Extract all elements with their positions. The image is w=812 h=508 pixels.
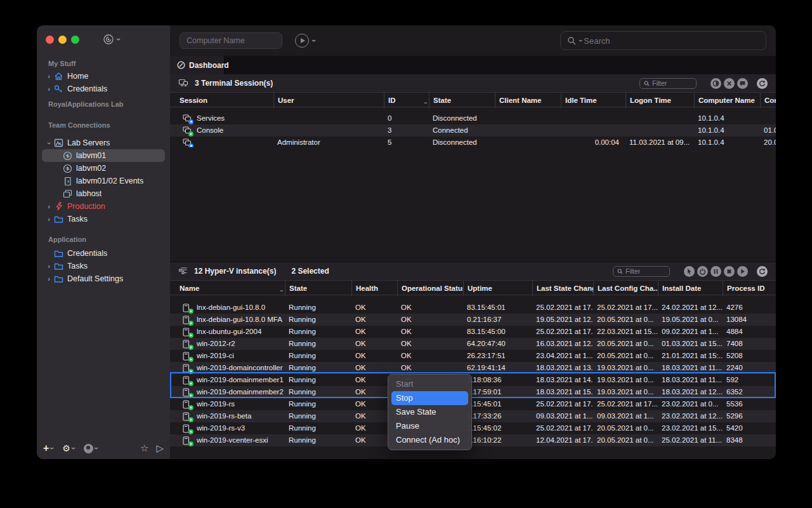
cell-last-config-change: 19.03.2021 at 0...	[593, 362, 658, 374]
vm-name: win-2019-vcenter-esxi	[197, 434, 268, 446]
connect-instance-button[interactable]	[684, 266, 695, 277]
settings-button[interactable]: ⚙ ›	[62, 444, 75, 453]
table-row[interactable]: win-2019-rs Running OK OK 3.15:45:01 25.…	[170, 398, 776, 410]
cell-uptime: 62.19:41:14	[463, 362, 532, 374]
sidebar-item-home[interactable]: › Home	[42, 70, 165, 83]
context-menu-item[interactable]: Stop	[391, 391, 468, 405]
table-row[interactable]: lnx-ubuntu-gui-2004 Running OK OK 83.15:…	[170, 326, 776, 338]
cell-state: Running	[285, 410, 351, 422]
column-header-name[interactable]: Name›	[170, 281, 285, 296]
column-header-idle-time[interactable]: Idle Time	[561, 93, 625, 108]
hyperv-filter-field[interactable]	[613, 266, 670, 277]
column-header-user[interactable]: User	[273, 93, 384, 108]
hyperv-filter-input[interactable]	[625, 267, 660, 275]
dashboard-icon	[177, 61, 185, 69]
search-scope-chevron-icon[interactable]: ›	[577, 39, 584, 41]
sidebar-item-labvm01[interactable]: labvm01	[42, 149, 165, 162]
context-menu-item[interactable]: Save State	[388, 405, 471, 419]
sidebar-item-app-tasks[interactable]: › Tasks	[42, 260, 165, 272]
column-header-state[interactable]: State	[285, 281, 351, 296]
add-button[interactable]: + ›	[43, 443, 53, 453]
chevron-right-icon[interactable]: ›	[44, 276, 53, 283]
table-row[interactable]: win-2019-rs-v3 Running OK OK 3.15:45:02 …	[170, 422, 776, 434]
vm-name: win-2019-rs	[197, 398, 235, 410]
table-row[interactable]: win-2012-r2 Running OK OK 64.20:47:40 16…	[170, 338, 776, 350]
tab-dashboard[interactable]: Dashboard	[170, 56, 225, 74]
zoom-window-button[interactable]	[71, 36, 79, 44]
column-header-operational-status[interactable]: Operational Status	[397, 281, 463, 296]
refresh-sessions-button[interactable]	[757, 78, 768, 89]
send-message-button[interactable]	[737, 78, 748, 89]
sidebar-item-labvm-events[interactable]: labvm01/02 Events	[42, 175, 165, 187]
chevron-right-icon[interactable]: ›	[44, 73, 53, 80]
table-row[interactable]: win-2019-domaincontroller Running OK OK …	[170, 362, 776, 374]
context-menu-item[interactable]: Pause	[388, 419, 471, 433]
minimize-window-button[interactable]	[58, 36, 67, 44]
column-header-id[interactable]: ID›	[384, 93, 429, 108]
column-header-state[interactable]: State	[429, 93, 495, 108]
connect-play-icon[interactable]: ▷	[156, 443, 164, 454]
cell-last-config-change: 19.03.2021 at 0...	[593, 386, 658, 398]
cell-health: OK	[351, 302, 397, 314]
sidebar-item-app-credentials[interactable]: Credentials	[42, 247, 165, 260]
close-window-button[interactable]	[46, 36, 54, 44]
sidebar-item-labhost[interactable]: labhost	[42, 187, 165, 200]
terminal-filter-input[interactable]	[652, 79, 687, 87]
chevron-right-icon[interactable]: ›	[44, 203, 53, 210]
play-icon	[301, 38, 305, 43]
search-field[interactable]: ›	[560, 31, 766, 50]
column-header-uptime[interactable]: Uptime	[463, 281, 532, 296]
cell-last-config-change: 20.05.2021 at 0...	[593, 350, 658, 362]
table-row[interactable]: Administrator 5 Disconnected 0.00:04 11.…	[170, 137, 776, 149]
context-menu-item[interactable]: Connect (Ad hoc)	[388, 433, 471, 447]
power-off-button[interactable]	[697, 266, 708, 277]
vm-name: lnx-debian-gui-10.8.0	[197, 302, 265, 314]
table-row[interactable]: Services 0 Disconnected 10.1.0.4	[170, 112, 776, 124]
favorites-star-icon[interactable]: ☆	[140, 443, 148, 454]
context-menu-item[interactable]: Start	[388, 377, 471, 391]
refresh-instances-button[interactable]	[757, 266, 768, 277]
column-header-computer-name[interactable]: Computer Name	[694, 93, 760, 108]
start-button[interactable]	[737, 266, 748, 277]
table-row[interactable]: win-2019-domainmember2 Running OK OK 2.1…	[170, 386, 776, 398]
sidebar-item-production[interactable]: › Production	[42, 200, 165, 213]
sidebar-action-button[interactable]: ›	[103, 34, 120, 45]
column-header-install-date[interactable]: Install Date	[658, 281, 723, 296]
column-header-health[interactable]: Health	[351, 281, 397, 296]
column-header-conn[interactable]: Conn	[760, 93, 776, 108]
table-row[interactable]: win-2019-vcenter-esxi Running OK OK 7.16…	[170, 434, 776, 446]
table-row[interactable]: lnx-debian-gui-10.8.0 Running OK OK 83.1…	[170, 302, 776, 314]
search-input[interactable]	[584, 36, 759, 46]
connect-options-chevron-icon[interactable]: ›	[310, 39, 318, 42]
sidebar-item-labvm02[interactable]: labvm02	[42, 162, 165, 175]
sidebar-item-team-tasks[interactable]: › Tasks	[42, 213, 165, 225]
chevron-expanded-icon[interactable]: ›	[46, 138, 53, 147]
sidebar-item-lab-servers[interactable]: › Lab Servers	[42, 137, 165, 149]
logoff-session-button[interactable]	[724, 78, 735, 89]
table-row[interactable]: Console 3 Connected 10.1.0.4 01.03	[170, 124, 776, 137]
table-row[interactable]: win-2019-ci Running OK OK 26.23:17:51 23…	[170, 350, 776, 362]
chevron-right-icon[interactable]: ›	[44, 216, 53, 223]
column-header-process-id[interactable]: Process ID	[723, 281, 776, 296]
computer-name-input[interactable]	[180, 36, 282, 45]
table-row[interactable]: lnx-debian-gui-10.8.0 MFA Running OK OK …	[170, 314, 776, 326]
stop-button[interactable]	[724, 266, 735, 277]
connect-button[interactable]	[295, 34, 309, 48]
column-header-last-config-change[interactable]: Last Config Cha...	[593, 281, 658, 296]
column-header-logon-time[interactable]: Logon Time	[625, 93, 694, 108]
terminal-filter-field[interactable]	[639, 78, 697, 89]
sidebar-item-credentials[interactable]: › Credentials	[42, 83, 165, 95]
disconnect-session-button[interactable]	[710, 78, 721, 89]
column-header-last-state-change[interactable]: Last State Change	[532, 281, 593, 296]
table-row[interactable]: win-2019-rs-beta Running OK OK 1.17:33:2…	[170, 410, 776, 422]
user-menu-button[interactable]: ›	[84, 444, 98, 453]
sidebar-item-default-settings[interactable]: › Default Settings	[42, 272, 165, 285]
pause-button[interactable]	[710, 266, 721, 277]
table-row[interactable]: win-2019-domainmember1 Running OK OK 2.1…	[170, 374, 776, 386]
column-header-session[interactable]: Session	[170, 93, 273, 108]
column-header-client-name[interactable]: Client Name	[495, 93, 561, 108]
chevron-right-icon[interactable]: ›	[44, 263, 53, 270]
computer-name-combo[interactable]: ›	[180, 32, 282, 49]
context-menu: Start Stop Save State Pause Connect (Ad …	[388, 374, 472, 450]
chevron-right-icon[interactable]: ›	[44, 86, 53, 93]
